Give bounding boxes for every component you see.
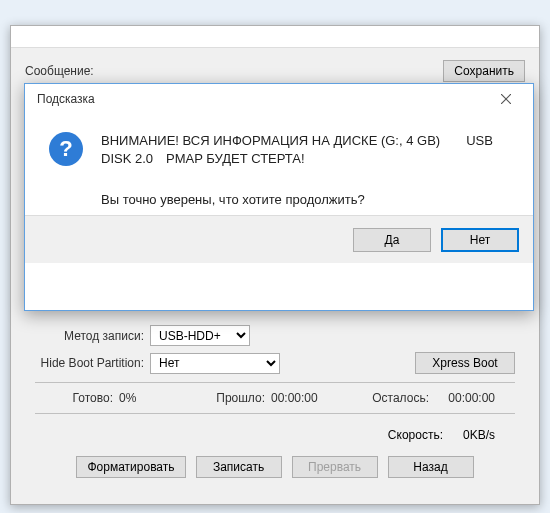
message-label: Сообщение: [25,64,94,78]
save-button[interactable]: Сохранить [443,60,525,82]
abort-button: Прервать [292,456,378,478]
dialog-title: Подсказка [37,92,95,106]
divider [35,413,515,414]
elapsed-value: 00:00:00 [271,391,341,405]
hide-partition-label: Hide Boot Partition: [35,356,150,370]
elapsed-label: Прошло: [185,391,265,405]
window-titlebar [11,26,539,48]
bottom-panel: Метод записи: USB-HDD+ Hide Boot Partiti… [21,311,529,494]
no-button[interactable]: Нет [441,228,519,252]
ready-value: 0% [119,391,179,405]
speed-value: 0KB/s [463,428,495,442]
remaining-label: Осталось: [347,391,429,405]
write-method-label: Метод записи: [35,329,150,343]
format-button[interactable]: Форматировать [76,456,185,478]
question-icon: ? [49,132,83,166]
close-button[interactable] [485,87,527,111]
write-button[interactable]: Записать [196,456,282,478]
warning-text: ВНИМАНИЕ! ВСЯ ИНФОРМАЦИЯ НА ДИСКЕ (G:, 4… [101,132,509,168]
confirm-text: Вы точно уверены, что хотите продолжить? [101,192,509,207]
divider [35,382,515,383]
remaining-value: 00:00:00 [435,391,495,405]
write-method-select[interactable]: USB-HDD+ [150,325,250,346]
ready-label: Готово: [35,391,113,405]
confirm-dialog: Подсказка ? ВНИМАНИЕ! ВСЯ ИНФОРМАЦИЯ НА … [24,83,534,311]
back-button[interactable]: Назад [388,456,474,478]
close-icon [501,94,511,104]
dialog-titlebar: Подсказка [25,84,533,114]
xpress-boot-button[interactable]: Xpress Boot [415,352,515,374]
speed-label: Скорость: [388,428,443,442]
hide-partition-select[interactable]: Нет [150,353,280,374]
dialog-footer: Да Нет [25,215,533,263]
yes-button[interactable]: Да [353,228,431,252]
